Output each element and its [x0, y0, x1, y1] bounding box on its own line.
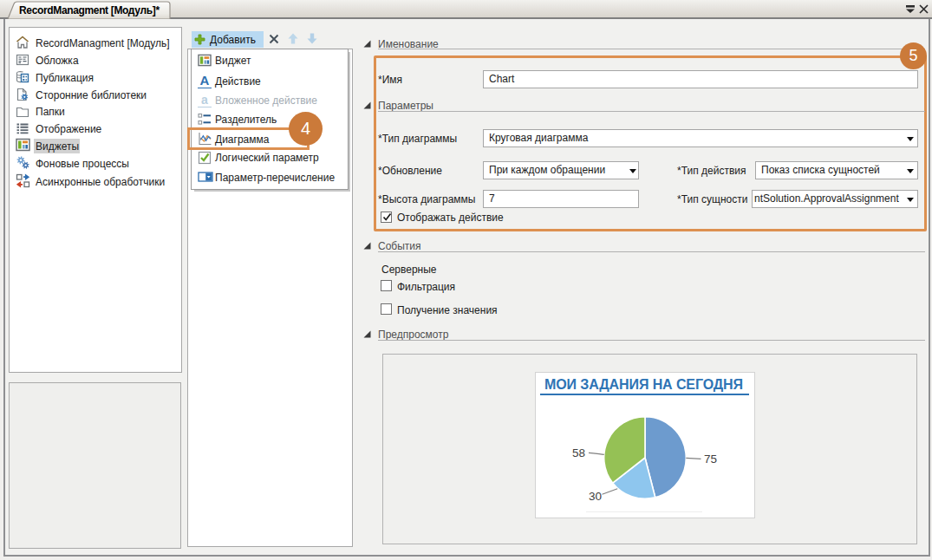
svg-text:75: 75	[704, 453, 717, 466]
svg-text:30: 30	[589, 490, 602, 503]
svg-text:58: 58	[572, 446, 585, 459]
